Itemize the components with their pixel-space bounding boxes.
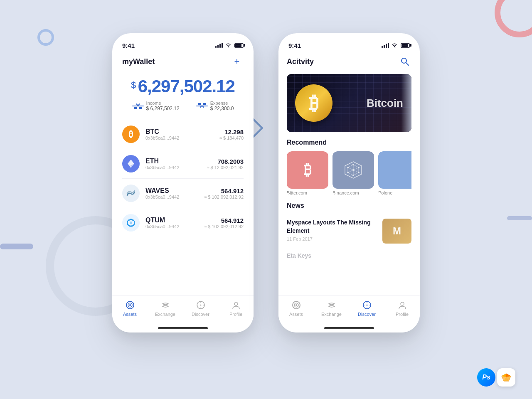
news-item-myspace[interactable]: Myspace Layouts The Missing Element 11 F… [287,214,411,248]
svg-point-21 [234,302,238,305]
svg-point-46 [296,304,297,306]
nav-label-discover-1: Discover [192,312,209,317]
waves-usd: ≈ $ 102,092,012.92 [204,195,244,200]
assets-icon-2 [291,300,302,310]
recommend-card-bitter[interactable]: ₿ Bitter.com [287,151,328,195]
bitcoin-banner: ₿ Bitcoin [287,74,411,132]
crypto-list: ₿ BTC 0x3b5ca0...9442 12.298 ≈ $ 184,470 [122,120,244,237]
income-stat: Income $ 6,297,502.12 [132,101,180,111]
bitcoin-coin-icon: ₿ [295,84,332,122]
nav-profile-2[interactable]: Profile [384,300,420,317]
svg-rect-2 [139,107,142,109]
status-time-2: 9:41 [288,42,301,49]
eth-amount: 708.2003 [207,158,244,165]
svg-line-34 [348,172,353,175]
bitter-card-img: ₿ [287,151,328,189]
waves-icon [122,185,140,202]
tools-badges: Ps [477,368,515,387]
binance-card-name: Binance.com [332,190,374,195]
nav-label-profile-1: Profile [229,312,242,317]
banner-edge [401,74,411,132]
expense-stat: Expense $ 22,300.0 [196,101,234,111]
wallet-title: myWallet [122,57,155,66]
nav-label-discover-2: Discover [358,312,376,317]
home-indicator-1 [158,327,208,329]
nav-exchange-1[interactable]: Exchange [148,300,183,317]
nav-label-exchange-1: Exchange [155,312,175,317]
add-wallet-button[interactable]: + [230,55,244,68]
nav-label-assets-1: Assets [123,312,137,317]
nav-label-profile-2: Profile [396,312,409,317]
svg-point-53 [401,302,404,305]
qtum-icon [122,214,140,232]
news-date-myspace: 11 Feb 2017 [287,236,378,241]
svg-line-31 [353,165,359,167]
binance-card-img [332,151,374,189]
profile-icon-2 [397,300,408,310]
activity-content: Acitvity ₿ Bitcoin Recommend [278,52,420,295]
income-icon [132,102,144,110]
svg-point-43 [352,169,354,171]
nav-discover-1[interactable]: Discover [183,300,218,317]
balance-amount: 6,297,502.12 [138,76,235,96]
svg-rect-1 [134,107,137,109]
recommend-card-binance[interactable]: Binance.com [332,151,374,195]
btc-icon: ₿ [122,126,140,143]
btc-name: BTC [145,128,219,135]
balance-dollar-sign: $ [131,80,136,91]
wifi-icon [225,42,232,49]
qtum-name: QTUM [145,217,204,224]
sketch-badge [497,368,515,387]
nav-profile-1[interactable]: Profile [218,300,254,317]
discover-icon-2 [362,300,372,310]
nav-discover-2[interactable]: Discover [349,300,384,317]
svg-point-22 [401,58,406,63]
phone-activity: 9:41 [278,33,420,332]
nav-assets-1[interactable]: Assets [112,300,148,317]
svg-rect-4 [198,103,201,105]
news-thumb-myspace: M [382,219,411,244]
crypto-item-btc[interactable]: ₿ BTC 0x3b5ca0...9442 12.298 ≈ $ 184,470 [122,120,244,149]
status-bar-2: 9:41 [278,33,420,52]
svg-point-48 [366,305,367,306]
svg-line-38 [353,167,359,170]
phone-wallet: 9:41 [112,33,254,332]
news-section-title: News [287,202,411,209]
eth-icon [122,155,140,172]
home-indicator-2 [324,327,374,329]
status-bar-1: 9:41 [112,33,254,52]
svg-line-36 [348,165,353,167]
exchange-icon [160,300,171,310]
crypto-item-waves[interactable]: WAVES 0x3b5ca0...9442 564.912 ≈ $ 102,09… [122,179,244,208]
nav-exchange-2[interactable]: Exchange [314,300,349,317]
battery-icon [234,43,244,48]
activity-header: Acitvity [287,55,411,68]
balance-section: $ 6,297,502.12 Income $ 6,297,502. [122,76,244,111]
recommend-card-polone[interactable]: Polone [378,151,411,195]
nav-label-assets-2: Assets [289,312,303,317]
status-time-1: 9:41 [122,42,135,49]
crypto-item-eth[interactable]: ETH 0x3b5ca0...9442 708.2003 ≈ $ 12,092,… [122,149,244,179]
search-button[interactable] [398,55,411,68]
expense-value: $ 22,300.0 [210,106,234,111]
exchange-icon-2 [326,300,337,310]
svg-point-16 [200,305,201,306]
eth-address: 0x3b5ca0...9442 [145,165,207,170]
svg-line-23 [406,63,409,65]
expense-label: Expense [210,101,234,106]
recommend-list: ₿ Bitter.com [287,151,411,195]
nav-assets-2[interactable]: Assets [278,300,314,317]
bitter-card-name: Bitter.com [287,190,328,195]
income-value: $ 6,297,502.12 [146,106,180,111]
svg-line-41 [348,170,353,172]
activity-title: Acitvity [287,57,314,66]
bottom-nav-2: Assets Exchange [278,295,420,332]
crypto-item-qtum[interactable]: QTUM 0x3b5ca0...9442 564.912 ≈ $ 102,092… [122,208,244,237]
polone-card-name: Polone [378,190,411,195]
bottom-nav-1: Assets Exchange [112,295,254,332]
qtum-usd: ≈ $ 102,092,012.92 [204,224,244,229]
bitcoin-banner-text: Bitcoin [367,97,403,110]
btc-amount: 12.298 [219,128,244,135]
balance-stats: Income $ 6,297,502.12 Expense [122,101,244,111]
profile-icon [231,300,241,310]
